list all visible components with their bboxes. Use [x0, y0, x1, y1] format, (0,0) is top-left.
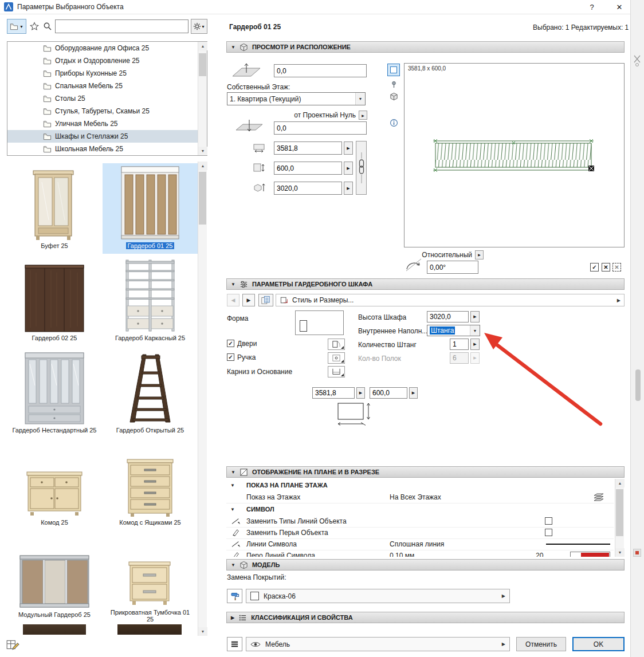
cabinet-height-flyout-button[interactable]: ▶: [470, 311, 480, 322]
list-item-partial[interactable]: [117, 624, 182, 635]
tree-item-bedroom[interactable]: Спальная Мебель 25: [7, 80, 207, 92]
section-header-model[interactable]: ▼ МОДЕЛЬ: [226, 559, 625, 571]
list-item-garderob-nestandartny[interactable]: Гардероб Нестандартный 25: [7, 348, 102, 438]
cornice-base-options-button[interactable]: [328, 366, 345, 377]
section-header-display[interactable]: ▼ ОТОБРАЖЕНИЕ НА ПЛАНЕ И В РАЗРЕЗЕ: [226, 466, 625, 478]
section-header-parameters[interactable]: ▼ ПАРАМЕТРЫ ГАРДЕРОБНОГО ШКАФА: [226, 278, 625, 290]
close-button[interactable]: ✕: [611, 1, 628, 13]
inner-fill-select[interactable]: Штанга ▼: [427, 325, 480, 336]
doors-checkbox[interactable]: ✓: [227, 340, 234, 347]
tree-item-school[interactable]: Школьная Мебель 25: [7, 143, 207, 155]
symbol-pen-row[interactable]: Перо Линий Символа 0.10 мм... 20: [226, 550, 614, 557]
list-item-modulny-garderob[interactable]: Модульный Гардероб 25: [7, 532, 102, 623]
symbol-lines-row[interactable]: Линии Символа Сплошная линия: [226, 538, 614, 550]
layer-selector[interactable]: Мебель ▶: [246, 637, 510, 651]
datum-reference-button[interactable]: от Проектный Нуль ▶: [289, 111, 367, 120]
width-flyout-button[interactable]: ▶: [344, 141, 353, 155]
scroll-up-icon[interactable]: ▲: [198, 162, 207, 170]
proportions-chain-toggle[interactable]: [356, 141, 367, 195]
mirror-checkbox[interactable]: ✓: [590, 263, 599, 272]
section-header-preview[interactable]: ▼ ПРОСМОТР И РАСПОЛОЖЕНИЕ: [226, 41, 625, 53]
override-pens-row[interactable]: Заменить Перья Объекта: [226, 527, 614, 539]
tree-item-tables[interactable]: Столы 25: [7, 92, 207, 105]
library-view-mode-button[interactable]: ▼: [7, 19, 26, 34]
preview-2d-view-button[interactable]: [387, 64, 400, 76]
preview-3d-view-button[interactable]: [389, 92, 398, 101]
surface-material-selector[interactable]: Краска-06 ▶: [246, 589, 510, 603]
list-item-garderob-karkasny[interactable]: Гардероб Каркасный 25: [103, 255, 198, 346]
pen-color-chip[interactable]: [570, 552, 610, 557]
favorites-star-button[interactable]: [29, 21, 40, 32]
elevation-top-input[interactable]: [274, 64, 367, 77]
relative-angle-button[interactable]: Относительный ▶: [415, 250, 484, 259]
tree-item-office[interactable]: Оборудование для Офиса 25: [7, 42, 207, 54]
surface-override-checkbox[interactable]: [250, 592, 259, 600]
tree-item-street[interactable]: Уличная Мебель 25: [7, 117, 207, 130]
tree-item-chairs[interactable]: Стулья, Табуреты, Скамьи 25: [7, 105, 207, 117]
handle-checkbox[interactable]: ✓: [227, 353, 234, 361]
width-input[interactable]: [274, 141, 342, 155]
handle-options-button[interactable]: [328, 352, 345, 364]
library-edit-icon[interactable]: [6, 638, 19, 654]
scroll-up-icon[interactable]: ▲: [615, 479, 625, 487]
override-line-types-row[interactable]: Заменить Типы Линий Объекта: [226, 516, 614, 528]
group-floor-plan-display[interactable]: ▼ ПОКАЗ НА ПЛАНЕ ЭТАЖА: [226, 480, 614, 491]
app-scrollbar-thumb[interactable]: [635, 369, 641, 401]
section-header-classification[interactable]: ▶ КЛАССИФИКАЦИЯ И СВОЙСТВА: [226, 612, 625, 623]
previous-page-button[interactable]: ◀: [227, 294, 239, 306]
scroll-up-icon[interactable]: ▲: [198, 42, 207, 50]
plan-depth-input[interactable]: [370, 387, 407, 399]
x-toggle-button[interactable]: ✕: [602, 263, 610, 272]
tree-item-wardrobes[interactable]: Шкафы и Стеллажи 25: [7, 130, 207, 143]
cancel-button[interactable]: Отменить: [516, 637, 566, 651]
preview-info-button[interactable]: [389, 118, 398, 127]
grid-scrollbar[interactable]: ▲ ▼: [198, 162, 207, 636]
list-item-garderob-otkryty[interactable]: Гардероб Открытый 25: [103, 348, 198, 438]
override-pens-checkbox[interactable]: [545, 529, 552, 536]
list-item-tumbochka[interactable]: Прикроватная Тумбочка 01 25: [103, 532, 198, 623]
doors-options-button[interactable]: [328, 339, 345, 350]
cabinet-height-input[interactable]: [427, 311, 469, 322]
surface-painter-button[interactable]: [227, 589, 242, 603]
height-input[interactable]: [274, 182, 342, 195]
group-symbol[interactable]: ▼ СИМВОЛ: [226, 504, 614, 516]
rotation-angle-input[interactable]: [427, 261, 478, 274]
scroll-down-icon[interactable]: ▼: [198, 627, 207, 636]
home-story-select[interactable]: 1. Квартира (Текущий) ▼: [227, 92, 366, 105]
pin-preview-button[interactable]: [389, 80, 398, 89]
list-item-komod[interactable]: Комод 25: [7, 440, 102, 530]
search-input[interactable]: [55, 19, 189, 33]
scroll-down-icon[interactable]: ▼: [198, 147, 207, 155]
style-and-sizes-page-selector[interactable]: Стиль и Размеры... ▶: [276, 294, 625, 306]
rod-count-flyout-button[interactable]: ▶: [470, 339, 480, 350]
display-scrollbar-thumb[interactable]: [616, 489, 623, 536]
settings-menu-button[interactable]: ▼: [191, 19, 207, 34]
plan-depth-flyout-button[interactable]: ▶: [409, 387, 418, 399]
grid-scrollbar-thumb[interactable]: [199, 172, 206, 225]
scroll-down-icon[interactable]: ▼: [615, 548, 625, 557]
list-item-garderob-01[interactable]: Гардероб 01 25: [103, 163, 198, 254]
x-dashed-toggle-button[interactable]: ✕: [612, 263, 621, 272]
next-page-button[interactable]: ▶: [242, 294, 255, 306]
list-item-komod-yashchiki[interactable]: Комод с Ящиками 25: [103, 440, 198, 530]
rod-count-input[interactable]: [450, 339, 469, 350]
override-line-types-checkbox[interactable]: [545, 517, 552, 525]
show-on-stories-row[interactable]: Показ на Этажах На Всех Этажах: [226, 491, 614, 503]
search-button[interactable]: [42, 21, 53, 32]
depth-flyout-button[interactable]: ▶: [344, 162, 353, 175]
plan-width-input[interactable]: [312, 387, 355, 399]
depth-input[interactable]: [274, 162, 342, 175]
elevation-bottom-input[interactable]: [274, 121, 367, 135]
transfer-settings-button[interactable]: [258, 294, 273, 306]
tree-scrollbar-thumb[interactable]: [199, 53, 206, 76]
height-flyout-button[interactable]: ▶: [344, 182, 353, 195]
layer-button[interactable]: [227, 637, 242, 651]
help-button[interactable]: ?: [584, 1, 599, 13]
display-list-scrollbar[interactable]: ▲ ▼: [615, 479, 624, 557]
list-item-partial[interactable]: [23, 624, 86, 635]
plan-width-flyout-button[interactable]: ▶: [356, 387, 365, 399]
tree-item-kitchen[interactable]: Приборы Кухонные 25: [7, 67, 207, 80]
tree-item-rest[interactable]: Отдых и Оздоровление 25: [7, 54, 207, 67]
tree-scrollbar[interactable]: ▲ ▼: [198, 42, 207, 155]
stories-icon[interactable]: [593, 493, 604, 502]
